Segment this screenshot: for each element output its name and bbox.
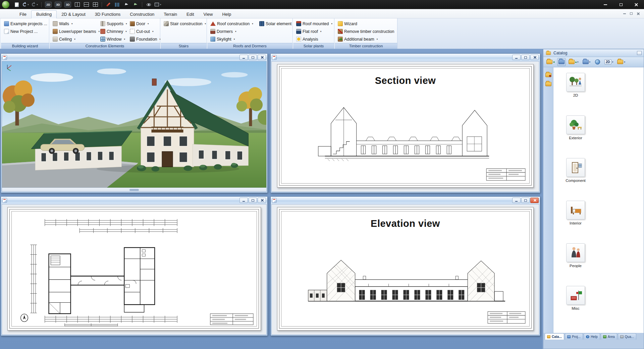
catalog-item-2d[interactable]: 2D [558,73,593,97]
select-add-button[interactable] [131,1,140,8]
mdi-close-icon[interactable] [637,12,639,15]
filter-2d-button[interactable]: 2D▾ [603,58,614,66]
new-catalog-button[interactable]: ▴▾ [567,58,580,66]
ceiling-button[interactable]: Ceiling [52,35,99,43]
maximize-button[interactable] [613,0,629,9]
window-minimize-button[interactable] [512,198,521,203]
catalog-item-people[interactable]: People [558,243,593,268]
catalog-header[interactable]: Catalog [543,49,644,57]
mdi-restore-icon[interactable] [630,12,633,15]
project-catalog-folder[interactable] [545,73,551,77]
panel-float-button[interactable] [637,51,642,55]
window-close-button[interactable] [258,55,266,60]
filter-2d-icon: 2D [604,59,611,64]
scrollbar-handle[interactable] [129,189,139,191]
window-section-titlebar[interactable] [271,54,540,61]
door-button[interactable]: Door [129,20,163,28]
floor-plan-canvas[interactable] [2,204,267,335]
viewport-horizontal-split-button[interactable] [82,1,90,8]
chimney-button[interactable]: Chimney [99,28,129,35]
horizontal-scrollbar[interactable] [2,188,266,192]
view-3d-window-button[interactable]: 3D [63,1,72,8]
view-2d-button[interactable]: 2D [44,1,53,8]
redo-button[interactable] [31,1,39,8]
flat-roof-button[interactable]: Flat roof [295,28,333,35]
menu-tab-building[interactable]: Building [31,10,57,18]
tab-quantities[interactable]: Qua... [618,333,636,340]
window-close-button[interactable] [530,55,539,60]
walls-button[interactable]: Walls [52,20,99,28]
dormers-button[interactable]: Dormers [209,28,258,35]
roof-mounted-button[interactable]: Roof mounted [295,20,333,28]
section-view-canvas[interactable]: Section view [271,61,539,192]
window-minimize-button[interactable] [239,198,248,203]
menu-tab-help[interactable]: Help [217,11,236,18]
window-minimize-button[interactable] [512,55,521,60]
options-dropdown-button[interactable] [154,1,162,8]
catalog-item-misc[interactable]: Misc [558,286,593,310]
import-catalog-button[interactable]: ▾ [581,58,592,66]
tab-area[interactable]: Area [601,333,617,340]
foundation-button[interactable]: Foundation [129,35,163,43]
hatch-pattern-button[interactable] [113,1,121,8]
menu-tab-file[interactable]: File [15,11,31,18]
window-maximize-button[interactable] [521,198,530,203]
timber-wizard-button[interactable]: Wizard [337,20,396,28]
viewport-vertical-split-button[interactable] [73,1,81,8]
window-elevation-titlebar[interactable] [271,197,540,204]
standard-catalog-folder[interactable] [545,82,551,86]
window-close-button[interactable] [530,198,539,203]
additional-beam-button[interactable]: Additional beam [337,35,396,43]
menu-tab-view[interactable]: View [199,11,218,18]
window-maximize-button[interactable] [249,55,257,60]
select-button[interactable] [122,1,130,8]
roof-construction-button[interactable]: Roof construction [209,20,258,28]
viewport-quad-button[interactable] [91,1,99,8]
window-button[interactable]: Window [99,35,129,43]
menu-tab-terrain[interactable]: Terrain [159,11,182,18]
tab-project[interactable]: Proj... [565,333,583,340]
menu-tab-2d-layout[interactable]: 2D & Layout [57,11,90,18]
tab-catalog[interactable]: Cata... [545,333,564,340]
catalog-back-button[interactable]: ◂ [545,58,556,66]
elevation-view-canvas[interactable]: Elevation view [271,204,539,335]
menu-tab-construction[interactable]: Construction [125,11,159,18]
visibility-button[interactable] [145,1,153,8]
new-project-button[interactable]: New Project ... [3,28,47,35]
window-maximize-button[interactable] [521,55,530,60]
menu-tab-3d-functions[interactable]: 3D Functions [90,11,125,18]
window-maximize-button[interactable] [249,198,257,203]
toolbar-separator [142,2,142,7]
catalog-item-exterior[interactable]: Exterior [558,115,593,140]
undo-button[interactable] [22,1,30,8]
analysis-button[interactable]: Analysis [295,35,333,43]
window-close-button[interactable] [258,198,266,203]
mdi-minimize-icon[interactable] [623,13,626,14]
help-tab-icon [586,335,589,338]
window-minimize-button[interactable] [239,55,248,60]
catalog-item-interior[interactable]: Interior [558,201,593,225]
menu-tab-edit[interactable]: Edit [182,11,199,18]
open-catalog-button[interactable] [557,58,566,66]
tab-help[interactable]: Help [584,333,600,340]
window-3d-titlebar[interactable] [1,54,267,61]
close-button[interactable] [629,0,644,9]
web-catalog-button[interactable] [593,58,602,66]
cut-out-button[interactable]: Cut-out [129,28,163,35]
supports-button[interactable]: Supports [99,20,129,28]
catalog-item-component[interactable]: Component [558,158,593,183]
minimize-button[interactable] [598,0,613,9]
3d-render-canvas[interactable] [2,61,267,192]
new-document-button[interactable] [13,1,21,8]
remove-timber-construction-button[interactable]: Remove timber construction [337,28,396,35]
folder-options-button[interactable]: ▾ [616,58,627,66]
window-plan-titlebar[interactable] [1,197,267,204]
lower-upper-beams-button[interactable]: Lower/upper beams [52,28,99,35]
skylight-button[interactable]: Skylight [209,35,258,43]
app-logo-icon[interactable] [2,1,9,8]
example-projects-button[interactable]: Example projects ... [3,20,47,28]
solar-element-button[interactable]: Solar element [258,20,291,28]
stair-construction-button[interactable]: Stair construction [163,20,205,28]
edit-pen-button[interactable] [104,1,112,8]
view-3d-button[interactable]: 3D [54,1,62,8]
